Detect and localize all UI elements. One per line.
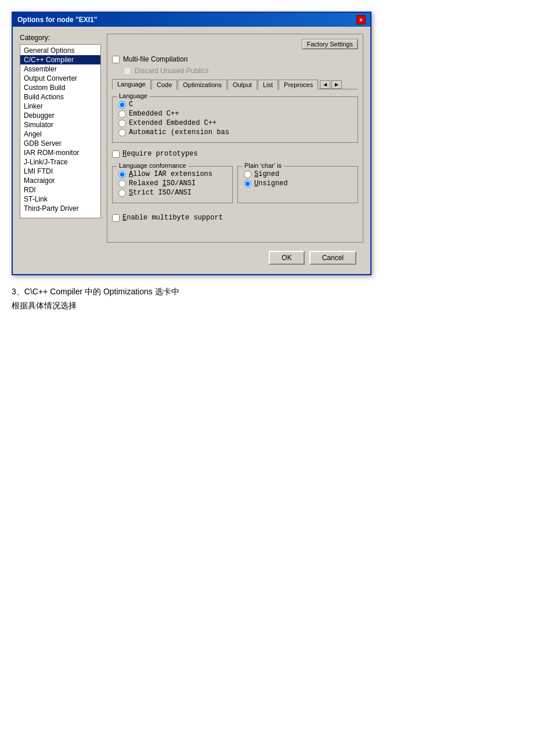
lang-auto-row: Automatic (extension bas xyxy=(118,128,352,136)
plain-char-group-title: Plain 'char' is xyxy=(243,162,283,169)
sidebar-item-custom-build[interactable]: Custom Build xyxy=(20,83,100,92)
category-list: General Options C/C++ Compiler Assembler… xyxy=(20,44,101,218)
lang-c-row: C xyxy=(118,100,352,109)
lang-embedded-cpp-radio[interactable] xyxy=(118,110,126,118)
sidebar-item-build-actions[interactable]: Build Actions xyxy=(20,92,100,102)
lang-auto-radio[interactable] xyxy=(118,129,126,136)
char-unsigned-radio[interactable] xyxy=(244,180,251,188)
settings-panel: Factory Settings Multi-file Compilation … xyxy=(107,34,363,243)
lang-extended-cpp-radio[interactable] xyxy=(118,120,126,127)
category-label: Category: xyxy=(20,34,101,42)
multi-file-compilation-checkbox[interactable] xyxy=(112,56,120,63)
conf-strict-label: Strict ISO/ANSI xyxy=(129,189,192,197)
require-prototypes-checkbox[interactable] xyxy=(112,150,120,158)
sidebar-item-third-party-driver[interactable]: Third-Party Driver xyxy=(20,204,100,213)
dialog-titlebar: Options for node "EXI1" × xyxy=(13,13,370,27)
char-signed-label: Signed xyxy=(254,170,279,178)
language-group: Language C Embedded C++ Extended Embedde… xyxy=(112,96,358,143)
sidebar-item-gdb-server[interactable]: GDB Server xyxy=(20,139,100,148)
discard-unused-publics-row: Discard Unused Publics xyxy=(112,67,358,75)
tab-nav-left-button[interactable]: ◄ xyxy=(320,80,330,89)
lang-extended-cpp-label: Extended Embedded C++ xyxy=(129,119,217,127)
dialog-window: Options for node "EXI1" × Category: Gene… xyxy=(12,12,371,275)
conf-strict-row: Strict ISO/ANSI xyxy=(118,189,226,197)
multi-file-compilation-row: Multi-file Compilation xyxy=(112,55,358,63)
sidebar-item-linker[interactable]: Linker xyxy=(20,102,100,111)
page-wrapper: Options for node "EXI1" × Category: Gene… xyxy=(12,12,522,315)
enable-multibyte-checkbox[interactable] xyxy=(112,214,120,222)
sidebar-item-lmi-ftdi[interactable]: LMI FTDI xyxy=(20,167,100,176)
conf-strict-radio[interactable] xyxy=(118,189,126,197)
sidebar-item-st-link[interactable]: ST-Link xyxy=(20,195,100,204)
conf-relaxed-radio[interactable] xyxy=(118,180,126,188)
conf-allow-iar-label: Allow IAR extensions xyxy=(129,170,212,178)
tab-language[interactable]: Language xyxy=(112,79,151,89)
conf-allow-iar-row: Allow IAR extensions xyxy=(118,170,226,178)
tab-preproces[interactable]: Preproces xyxy=(279,80,318,89)
tab-optimizations[interactable]: Optimizations xyxy=(178,80,227,89)
conf-allow-iar-radio[interactable] xyxy=(118,171,126,178)
below-dialog-text: 3、C\C++ Compiler 中的 Optimizations 选卡中 根据… xyxy=(12,287,179,315)
lang-c-label: C xyxy=(129,100,133,109)
conf-relaxed-label: Relaxed ISO/ANSI xyxy=(129,179,196,188)
sidebar-item-assembler[interactable]: Assembler xyxy=(20,64,100,74)
tabs-bar: Language Code Optimizations Output List … xyxy=(112,78,358,89)
require-prototypes-row: Require prototypes xyxy=(112,150,358,158)
discard-unused-publics-checkbox[interactable] xyxy=(124,67,131,75)
dialog-content: Category: General Options C/C++ Compiler… xyxy=(20,34,363,243)
multi-file-compilation-label: Multi-file Compilation xyxy=(123,55,187,63)
factory-settings-button[interactable]: Factory Settings xyxy=(302,39,358,49)
tab-code[interactable]: Code xyxy=(151,80,177,89)
sidebar-item-general-options[interactable]: General Options xyxy=(20,46,100,55)
sidebar-item-output-converter[interactable]: Output Converter xyxy=(20,74,100,83)
bottom-groups: Language conformance Allow IAR extension… xyxy=(112,166,358,207)
lang-embedded-cpp-row: Embedded C++ xyxy=(118,110,352,118)
sidebar-item-cpp-compiler[interactable]: C/C++ Compiler xyxy=(20,55,100,64)
tab-nav-right-button[interactable]: ► xyxy=(331,80,342,89)
sidebar-item-jlink-jtrace[interactable]: J-Link/J-Trace xyxy=(20,157,100,167)
conf-relaxed-row: Relaxed ISO/ANSI xyxy=(118,179,226,188)
below-text-line2: 根据具体情况选择 xyxy=(12,301,179,311)
language-group-title: Language xyxy=(117,92,149,99)
lang-auto-label: Automatic (extension bas xyxy=(129,128,229,136)
enable-multibyte-row: Enable multibyte support xyxy=(112,214,358,222)
require-prototypes-label: Require prototypes xyxy=(122,150,198,158)
enable-multibyte-label: Enable multibyte support xyxy=(122,214,223,222)
below-text-line1: 3、C\C++ Compiler 中的 Optimizations 选卡中 xyxy=(12,287,179,297)
dialog-title: Options for node "EXI1" xyxy=(17,16,97,24)
sidebar-item-macraigor[interactable]: Macraigor xyxy=(20,176,100,185)
dialog-footer: OK Cancel xyxy=(20,249,363,267)
sidebar-item-iar-rom-monitor[interactable]: IAR ROM-monitor xyxy=(20,148,100,157)
ok-button[interactable]: OK xyxy=(269,251,304,265)
lang-extended-cpp-row: Extended Embedded C++ xyxy=(118,119,352,127)
lang-embedded-cpp-label: Embedded C++ xyxy=(129,110,179,118)
char-unsigned-label: Unsigned xyxy=(254,179,288,188)
discard-unused-publics-label: Discard Unused Publics xyxy=(135,67,208,75)
sidebar-item-angel[interactable]: Angel xyxy=(20,129,100,139)
tab-output[interactable]: Output xyxy=(228,80,257,89)
conformance-group: Language conformance Allow IAR extension… xyxy=(112,166,233,203)
close-button[interactable]: × xyxy=(356,15,366,24)
sidebar-item-rdi[interactable]: RDI xyxy=(20,185,100,195)
char-signed-radio[interactable] xyxy=(244,171,251,178)
cancel-button[interactable]: Cancel xyxy=(309,251,356,265)
plain-char-group: Plain 'char' is Signed Unsigned xyxy=(237,166,358,203)
char-unsigned-row: Unsigned xyxy=(244,179,352,188)
dialog-body: Category: General Options C/C++ Compiler… xyxy=(13,27,370,274)
factory-settings-row: Factory Settings xyxy=(112,39,358,49)
sidebar-item-debugger[interactable]: Debugger xyxy=(20,111,100,120)
category-panel: Category: General Options C/C++ Compiler… xyxy=(20,34,101,243)
conformance-group-title: Language conformance xyxy=(117,162,188,169)
tab-list[interactable]: List xyxy=(258,80,278,89)
lang-c-radio[interactable] xyxy=(118,101,126,109)
sidebar-item-simulator[interactable]: Simulator xyxy=(20,120,100,129)
char-signed-row: Signed xyxy=(244,170,352,178)
